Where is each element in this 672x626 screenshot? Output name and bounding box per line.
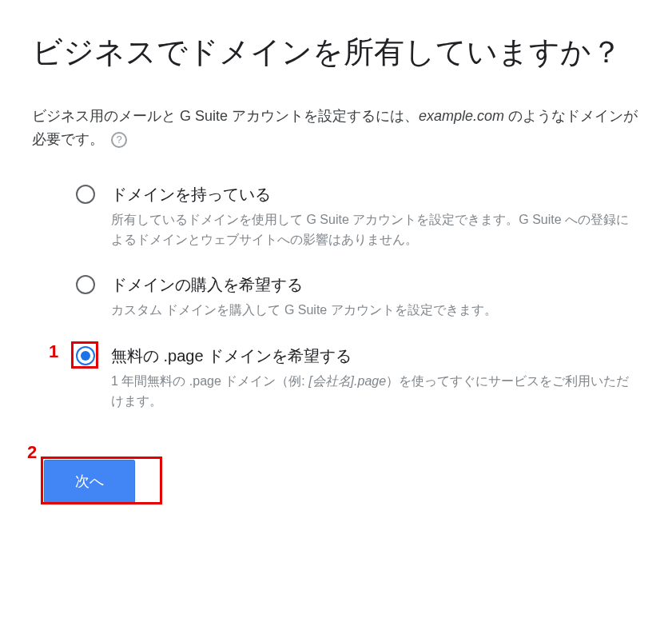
- option-have-domain[interactable]: ドメインを持っている 所有しているドメインを使用して G Suite アカウント…: [76, 183, 640, 250]
- option-text: ドメインを持っている 所有しているドメインを使用して G Suite アカウント…: [111, 183, 640, 250]
- next-button[interactable]: 次へ: [44, 460, 135, 503]
- option-buy-domain[interactable]: ドメインの購入を希望する カスタム ドメインを購入して G Suite アカウン…: [76, 273, 640, 321]
- intro-text: ビジネス用のメールと G Suite アカウントを設定するには、example.…: [32, 105, 640, 151]
- option-text: ドメインの購入を希望する カスタム ドメインを購入して G Suite アカウン…: [111, 273, 640, 321]
- help-icon[interactable]: ?: [111, 132, 127, 148]
- option-desc: カスタム ドメインを購入して G Suite アカウントを設定できます。: [111, 301, 640, 321]
- option-title: 無料の .page ドメインを希望する: [111, 345, 640, 367]
- option-free-page-domain[interactable]: 1 無料の .page ドメインを希望する 1 年間無料の .page ドメイン…: [76, 345, 640, 412]
- radio-circle-icon: [76, 275, 95, 294]
- radio-free-page-domain[interactable]: [76, 346, 95, 365]
- page-heading: ビジネスでドメインを所有していますか？: [32, 32, 640, 73]
- radio-circle-selected-icon: [76, 346, 95, 365]
- radio-have-domain[interactable]: [76, 185, 95, 204]
- option-desc: 所有しているドメインを使用して G Suite アカウントを設定できます。G S…: [111, 210, 640, 250]
- intro-part1: ビジネス用のメールと G Suite アカウントを設定するには、: [32, 108, 419, 124]
- option-desc: 1 年間無料の .page ドメイン（例: [会社名].page）を使ってすぐに…: [111, 372, 640, 412]
- annotation-marker-2: 2: [27, 442, 37, 463]
- radio-buy-domain[interactable]: [76, 275, 95, 294]
- domain-options: ドメインを持っている 所有しているドメインを使用して G Suite アカウント…: [32, 183, 640, 412]
- option-text: 無料の .page ドメインを希望する 1 年間無料の .page ドメイン（例…: [111, 345, 640, 412]
- option-title: ドメインの購入を希望する: [111, 273, 640, 296]
- option-desc-italic: [会社名].page: [308, 374, 386, 388]
- intro-example: example.com: [419, 108, 508, 124]
- annotation-marker-1: 1: [49, 341, 58, 362]
- radio-circle-icon: [76, 185, 95, 204]
- option-title: ドメインを持っている: [111, 183, 640, 205]
- option-desc-part1: 1 年間無料の .page ドメイン（例:: [111, 374, 308, 388]
- button-area: 2 次へ: [32, 460, 640, 503]
